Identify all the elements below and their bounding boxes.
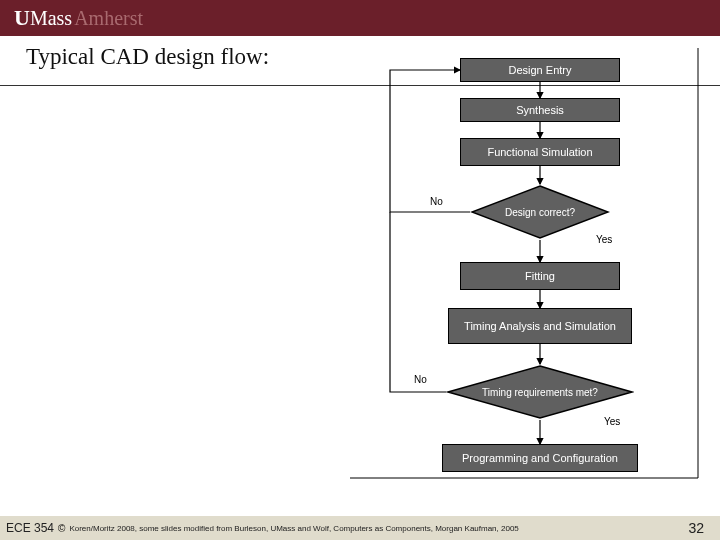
logo-u: U <box>14 5 30 31</box>
logo-amherst: Amherst <box>74 7 143 30</box>
diamond-timing-met-text: Timing requirements met? <box>446 387 634 398</box>
footer-bar: ECE 354 © Koren/Moritz 2008, some slides… <box>0 516 720 540</box>
footer-page-number: 32 <box>688 520 704 536</box>
flowchart: Design Entry Synthesis Functional Simula… <box>330 48 710 508</box>
box-timing-analysis: Timing Analysis and Simulation <box>448 308 632 344</box>
label-no-2: No <box>414 374 427 385</box>
label-no-1: No <box>430 196 443 207</box>
header-bar: UMassAmherst <box>0 0 720 36</box>
box-fitting: Fitting <box>460 262 620 290</box>
label-yes-1: Yes <box>596 234 612 245</box>
footer-credits: Koren/Moritz 2008, some slides modified … <box>69 524 518 533</box>
diamond-timing-met: Timing requirements met? <box>446 364 634 420</box>
box-functional-sim: Functional Simulation <box>460 138 620 166</box>
footer-copyright: © <box>58 523 65 534</box>
box-programming: Programming and Configuration <box>442 444 638 472</box>
footer-course: ECE 354 <box>0 521 54 535</box>
label-yes-2: Yes <box>604 416 620 427</box>
diamond-design-correct: Design correct? <box>470 184 610 240</box>
diamond-design-correct-text: Design correct? <box>470 207 610 218</box>
box-synthesis: Synthesis <box>460 98 620 122</box>
logo-mass: Mass <box>30 7 72 30</box>
box-design-entry: Design Entry <box>460 58 620 82</box>
